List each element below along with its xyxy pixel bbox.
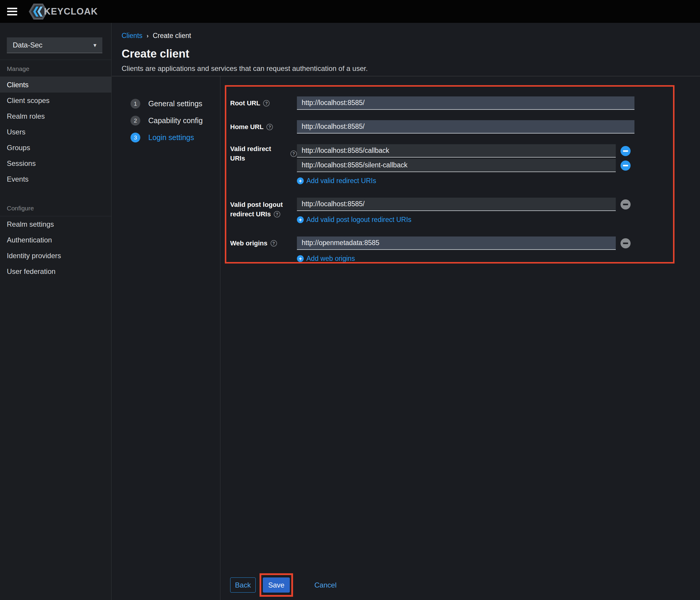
wizard-step-login-settings[interactable]: 3 Login settings [130,129,220,146]
nav-section-title-configure: Configure [0,199,111,216]
help-icon[interactable]: ? [291,150,297,157]
root-url-label: Root URL [230,98,260,108]
breadcrumb-chevron-icon: › [147,32,149,39]
realm-selector-value: Data-Sec [13,41,43,49]
remove-post-logout-uri-icon[interactable] [621,199,631,210]
help-icon[interactable]: ? [274,211,280,217]
step-label: Login settings [148,133,194,142]
sidebar-item-users[interactable]: Users [0,124,111,140]
root-url-row: Root URL ? http://localhost:8585/ [230,96,700,110]
nav-section-title-manage: Manage [0,60,111,76]
remove-redirect-uri-icon[interactable] [621,161,631,171]
valid-redirect-uris-label: Valid redirect URIs [230,144,288,163]
add-post-logout-redirect-uris-link[interactable]: + Add valid post logout redirect URIs [297,216,411,224]
home-url-input[interactable]: http://localhost:8585/ [297,120,634,134]
home-url-label: Home URL [230,122,264,132]
chevron-down-icon: ▾ [94,42,96,49]
step-label: General settings [148,99,202,108]
post-logout-label-line1: Valid post logout [230,200,297,210]
add-link-label: Add valid post logout redirect URIs [306,216,411,224]
sidebar-item-sessions[interactable]: Sessions [0,155,111,171]
sidebar-item-authentication[interactable]: Authentication [0,232,111,248]
page-title: Create client [122,47,700,60]
web-origins-label: Web origins [230,239,268,248]
sidebar-item-events[interactable]: Events [0,171,111,187]
nav-list-manage: Clients Client scopes Realm roles Users … [0,77,111,187]
sidebar-item-client-scopes[interactable]: Client scopes [0,93,111,108]
plus-circle-icon: + [297,255,304,262]
add-link-label: Add valid redirect URIs [306,177,376,185]
sidebar-item-user-federation[interactable]: User federation [0,264,111,279]
remove-redirect-uri-icon[interactable] [621,146,631,156]
sidebar-item-realm-roles[interactable]: Realm roles [0,108,111,124]
sidebar-item-realm-settings[interactable]: Realm settings [0,216,111,232]
create-client-wizard: 1 General settings 2 Capability config 3… [112,76,700,600]
help-icon[interactable]: ? [271,240,277,246]
nav-list-configure: Realm settings Authentication Identity p… [0,216,111,279]
step-label: Capability config [148,116,203,125]
step-number-badge: 1 [130,99,140,109]
page-subtitle: Clients are applications and services th… [122,64,700,73]
valid-redirect-uris-row: Valid redirect URIs ? http://localhost:8… [230,144,700,185]
wizard-footer: Back Save Cancel [230,573,336,597]
breadcrumb-clients-link[interactable]: Clients [122,32,142,40]
remove-web-origin-icon[interactable] [621,238,631,248]
home-url-row: Home URL ? http://localhost:8585/ [230,120,700,134]
sidebar-nav: Data-Sec ▾ Manage Clients Client scopes … [0,23,111,600]
page-header: Clients › Create client Create client Cl… [112,23,700,76]
wizard-steps-nav: 1 General settings 2 Capability config 3… [112,76,220,600]
valid-redirect-uri-input-2[interactable]: http://localhost:8585/silent-callback [297,159,616,172]
plus-circle-icon: + [297,177,304,184]
main-content: Clients › Create client Create client Cl… [112,23,700,600]
add-link-label: Add web origins [306,255,355,263]
post-logout-label-line2: redirect URIs [230,210,271,219]
wizard-step-capability-config[interactable]: 2 Capability config [130,112,220,129]
valid-post-logout-redirect-uris-row: Valid post logout redirect URIs ? http:/… [230,198,700,224]
save-annotation-highlight: Save [259,573,293,597]
breadcrumb: Clients › Create client [122,32,700,40]
keycloak-logo-text: KEYCLOAK [44,6,98,17]
top-bar: KEYCLOAK [0,0,700,23]
save-button[interactable]: Save [263,577,290,593]
step-number-badge: 2 [130,116,140,125]
sidebar-item-groups[interactable]: Groups [0,140,111,155]
back-button[interactable]: Back [230,577,256,593]
web-origins-input[interactable]: http://openmetadata:8585 [297,237,616,250]
add-valid-redirect-uris-link[interactable]: + Add valid redirect URIs [297,177,376,185]
wizard-step-general-settings[interactable]: 1 General settings [130,95,220,112]
login-settings-form: Root URL ? http://localhost:8585/ Home U… [220,76,700,600]
valid-redirect-uri-input-1[interactable]: http://localhost:8585/callback [297,144,616,158]
root-url-input[interactable]: http://localhost:8585/ [297,96,634,110]
help-icon[interactable]: ? [263,100,270,106]
realm-selector[interactable]: Data-Sec ▾ [7,38,102,53]
add-web-origins-link[interactable]: + Add web origins [297,255,355,263]
hamburger-menu-icon[interactable] [7,8,17,16]
plus-circle-icon: + [297,216,304,223]
sidebar-item-clients[interactable]: Clients [0,77,111,93]
web-origins-row: Web origins ? http://openmetadata:8585 +… [230,237,700,263]
sidebar-item-identity-providers[interactable]: Identity providers [0,248,111,264]
post-logout-redirect-uri-input[interactable]: http://localhost:8585/ [297,198,616,211]
keycloak-logo: KEYCLOAK [28,3,98,20]
step-number-badge: 3 [130,133,140,142]
help-icon[interactable]: ? [266,124,273,130]
breadcrumb-current: Create client [153,32,191,40]
cancel-button[interactable]: Cancel [315,581,336,589]
